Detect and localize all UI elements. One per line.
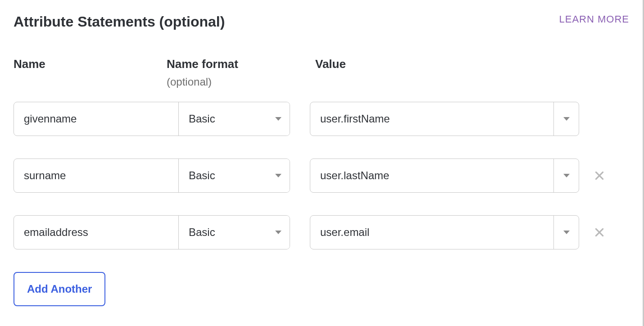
attribute-name-input[interactable] (14, 216, 178, 249)
close-icon (594, 170, 605, 181)
chevron-down-icon (563, 231, 570, 234)
chevron-down-icon (563, 174, 570, 177)
attribute-value-text: user.firstName (310, 102, 553, 136)
close-icon (594, 226, 605, 238)
attribute-value-select[interactable]: user.firstName (310, 102, 579, 136)
section-header: Attribute Statements (optional) LEARN MO… (14, 14, 629, 30)
attribute-value-select[interactable]: user.lastName (310, 158, 579, 193)
attribute-row: Basic user.firstName (14, 102, 629, 136)
col-header-format: Name format (167, 57, 315, 71)
col-header-name: Name (14, 57, 167, 71)
add-another-button[interactable]: Add Another (14, 272, 105, 306)
section-title: Attribute Statements (optional) (14, 14, 225, 30)
name-format-select[interactable]: Basic (178, 102, 290, 136)
name-format-group: Basic (14, 215, 290, 249)
chevron-down-icon (275, 117, 281, 121)
name-format-group: Basic (14, 158, 290, 193)
remove-row-button[interactable] (594, 226, 605, 238)
attribute-statements-panel: Attribute Statements (optional) LEARN MO… (0, 0, 644, 326)
attribute-name-input[interactable] (14, 102, 178, 136)
attribute-name-input[interactable] (14, 159, 178, 192)
chevron-down-icon (275, 174, 281, 177)
attribute-value-text: user.lastName (310, 159, 553, 192)
name-format-value: Basic (189, 169, 215, 182)
attribute-value-select[interactable]: user.email (310, 215, 579, 249)
learn-more-link[interactable]: LEARN MORE (559, 14, 629, 25)
col-header-value: Value (315, 57, 585, 71)
name-format-group: Basic (14, 102, 290, 136)
chevron-down-icon (563, 117, 570, 121)
name-format-value: Basic (189, 226, 215, 239)
attribute-row: Basic user.lastName (14, 158, 629, 193)
attribute-rows: Basic user.firstName Basic u (14, 102, 629, 249)
name-format-value: Basic (189, 113, 215, 125)
attribute-value-text: user.email (310, 216, 553, 249)
attribute-row: Basic user.email (14, 215, 629, 249)
remove-row-button[interactable] (594, 170, 605, 181)
column-headers: Name Name format (optional) Value (14, 57, 629, 88)
chevron-down-icon (275, 231, 281, 234)
name-format-select[interactable]: Basic (178, 159, 290, 192)
col-header-format-hint: (optional) (167, 76, 315, 88)
name-format-select[interactable]: Basic (178, 216, 290, 249)
